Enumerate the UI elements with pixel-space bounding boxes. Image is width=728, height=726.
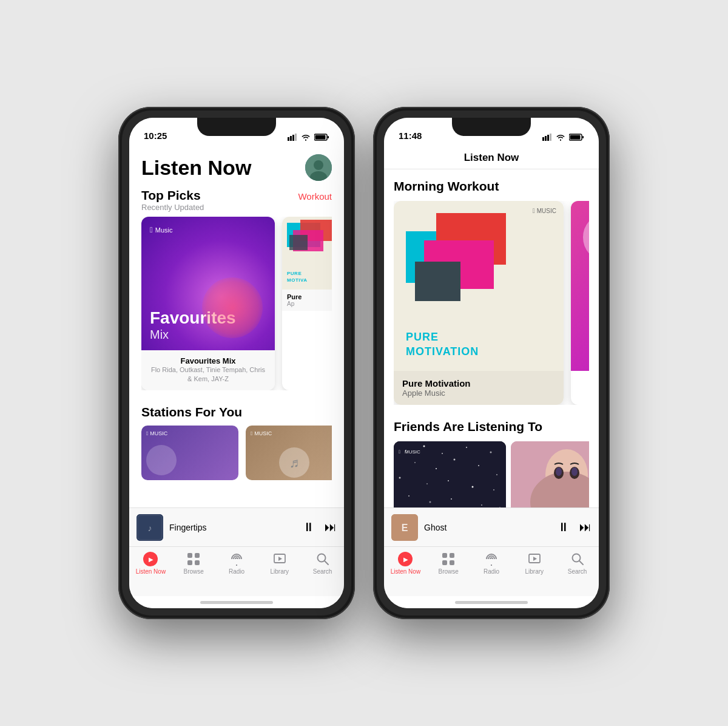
phone-1: 10:25 xyxy=(118,107,355,619)
tab-radio-label-1: Radio xyxy=(229,568,244,575)
next-button-2[interactable]: ⏭ xyxy=(579,520,592,534)
status-time-2: 11:48 xyxy=(399,131,422,141)
svg-text:♪: ♪ xyxy=(148,523,152,533)
screen-content-1: Listen Now xyxy=(129,144,344,507)
tab-browse-2[interactable]: Browse xyxy=(427,552,470,575)
svg-point-43 xyxy=(472,486,474,488)
svg-point-42 xyxy=(448,480,449,481)
notch-1 xyxy=(197,118,276,136)
svg-point-46 xyxy=(430,501,431,503)
library-icon-2 xyxy=(527,552,542,566)
now-playing-bar-2[interactable]: E Ghost ⏸ ⏭ xyxy=(384,507,599,546)
pm-info-sub: Apple Music xyxy=(402,388,555,398)
svg-text::  xyxy=(399,449,400,455)
pm-info-title: Pure Motivation xyxy=(402,378,555,388)
top-picks-subtitle: Recently Updated xyxy=(141,203,204,212)
radio-icon-1 xyxy=(229,552,244,566)
tab-bar-1: Listen Now Browse xyxy=(129,546,344,596)
tab-library-1[interactable]: Library xyxy=(258,552,301,575)
home-indicator-2 xyxy=(384,596,599,608)
svg-point-62 xyxy=(556,467,562,476)
status-icons-1 xyxy=(288,134,329,141)
p2-nav-header: Listen Now xyxy=(384,144,599,169)
p1-scroll[interactable]: Listen Now xyxy=(129,144,344,507)
favourites-mix-card[interactable]:  Music Favourites Mix xyxy=(141,217,275,390)
friend-card-2[interactable] xyxy=(511,441,589,507)
station-card-1[interactable]:  MUSIC xyxy=(141,426,238,480)
p1-page-title: Listen Now xyxy=(141,156,251,180)
svg-point-48 xyxy=(481,504,482,506)
tab-radio-label-2: Radio xyxy=(484,568,499,575)
fav-mix-info-sub: Flo Rida, Outkast, Tinie Tempah, Chris &… xyxy=(149,365,268,384)
svg-point-32 xyxy=(442,453,443,454)
tab-listen-now-2[interactable]: Listen Now xyxy=(384,552,427,575)
station-badge-1:  MUSIC xyxy=(146,430,167,436)
friends-row:  MUSIC xyxy=(394,441,589,507)
morning-workout-title: Morning Workout xyxy=(394,179,589,194)
battery-icon-2 xyxy=(569,134,584,141)
partial-pink-card[interactable] xyxy=(571,201,589,405)
tab-radio-2[interactable]: Radio xyxy=(470,552,513,575)
radio-icon-2 xyxy=(484,552,499,566)
signal-icon-2 xyxy=(542,134,552,141)
stations-row:  MUSIC  MUSIC xyxy=(141,426,332,480)
svg-rect-25 xyxy=(550,134,551,141)
svg-rect-15 xyxy=(195,553,200,558)
pause-button-2[interactable]: ⏸ xyxy=(558,520,570,534)
user-avatar[interactable] xyxy=(305,154,332,181)
np-title-2: Ghost xyxy=(424,523,551,532)
tab-library-2[interactable]: Library xyxy=(513,552,556,575)
now-playing-bar-1[interactable]: ♪ Fingertips ⏸ ⏭ xyxy=(129,507,344,546)
svg-point-34 xyxy=(490,452,492,453)
svg-point-40 xyxy=(399,477,401,479)
screen-2: 11:48 xyxy=(384,118,599,608)
morning-workout-section: Morning Workout  MUSIC xyxy=(394,179,589,405)
station-card-2[interactable]:  MUSIC ♬ xyxy=(246,426,332,480)
tab-listen-now-label-1: Listen Now xyxy=(136,568,166,575)
svg-rect-28 xyxy=(570,135,581,140)
tab-listen-now-1[interactable]: Listen Now xyxy=(129,552,172,575)
phone-2: 11:48 xyxy=(373,107,610,619)
tab-search-2[interactable]: Search xyxy=(556,552,599,575)
tab-search-label-2: Search xyxy=(568,568,587,575)
screen-1: 10:25 xyxy=(129,118,344,608)
p1-header: Listen Now xyxy=(141,144,332,188)
partial-title-1: Pure xyxy=(287,293,332,300)
wifi-icon xyxy=(301,134,311,141)
pure-motivation-full-card[interactable]:  MUSIC xyxy=(394,201,564,405)
apple-music-badge:  Music xyxy=(150,225,266,234)
friends-section: Friends Are Listening To xyxy=(394,419,589,507)
svg-rect-5 xyxy=(328,136,329,138)
svg-rect-71 xyxy=(442,560,447,565)
friend-card-1[interactable]:  MUSIC xyxy=(394,441,506,507)
svg-rect-22 xyxy=(542,137,544,141)
tab-radio-1[interactable]: Radio xyxy=(215,552,258,575)
svg-point-31 xyxy=(423,446,425,447)
np-controls-1[interactable]: ⏸ ⏭ xyxy=(303,520,337,534)
next-button-1[interactable]: ⏭ xyxy=(325,520,337,534)
top-picks-title: Top Picks xyxy=(141,188,204,203)
svg-point-36 xyxy=(436,468,437,469)
np-controls-2[interactable]: ⏸ ⏭ xyxy=(558,520,592,534)
listen-now-icon-2 xyxy=(398,552,413,566)
top-picks-link[interactable]: Workout xyxy=(298,191,332,202)
svg-point-38 xyxy=(478,465,479,466)
svg-line-21 xyxy=(325,561,328,565)
p2-scroll[interactable]: Morning Workout  MUSIC xyxy=(384,169,599,507)
svg-rect-14 xyxy=(187,553,192,558)
fav-mix-info-title: Favourites Mix xyxy=(149,356,268,365)
top-picks-cards:  Music Favourites Mix xyxy=(141,217,332,390)
svg-text:♬: ♬ xyxy=(289,455,300,470)
svg-point-39 xyxy=(496,474,497,475)
svg-rect-2 xyxy=(292,135,294,141)
pause-button-1[interactable]: ⏸ xyxy=(303,520,315,534)
svg-text:E: E xyxy=(402,523,408,533)
wifi-icon-2 xyxy=(556,134,565,141)
tab-browse-1[interactable]: Browse xyxy=(172,552,215,575)
tab-search-1[interactable]: Search xyxy=(301,552,344,575)
svg-point-47 xyxy=(451,498,452,500)
svg-point-63 xyxy=(571,467,578,476)
pure-motivation-partial-card[interactable]: PUREMOTIVA Pure Ap xyxy=(282,217,332,390)
tab-search-label-1: Search xyxy=(313,568,332,575)
tab-library-label-2: Library xyxy=(525,568,544,575)
